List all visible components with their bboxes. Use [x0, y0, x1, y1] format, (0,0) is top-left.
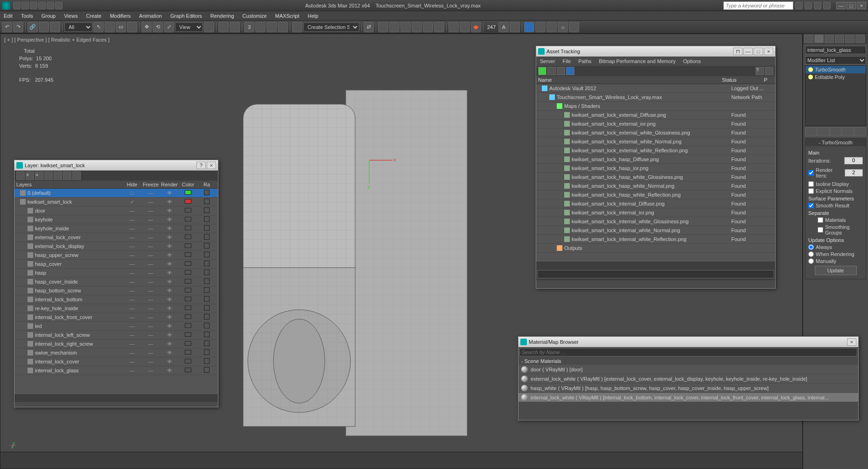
materials-group[interactable]: - Scene Materials	[518, 357, 858, 365]
asset-row[interactable]: kwikset_smart_lock_hasp_white_Normal.png…	[536, 182, 775, 191]
rotate-icon[interactable]: ⟲	[153, 22, 163, 32]
graphite-icon[interactable]	[400, 22, 411, 32]
layer-row[interactable]: hasp_cover——👁	[14, 260, 218, 269]
render-iters-spinner[interactable]: 2	[845, 169, 863, 177]
render-icon[interactable]: 🫖	[471, 22, 481, 32]
tree-view-icon[interactable]	[547, 67, 556, 75]
asset-menu-bitmap-performance-and-memory[interactable]: Bitmap Performance and Memory	[599, 58, 675, 64]
asset-row[interactable]: Touchscreen_Smart_Wireless_Lock_vray.max…	[536, 93, 775, 102]
pin-stack-icon[interactable]	[805, 127, 817, 136]
qat-project-icon[interactable]	[55, 2, 63, 9]
material-search-input[interactable]	[519, 348, 857, 356]
motion-tab-icon[interactable]	[835, 35, 844, 43]
manipulate-icon[interactable]	[218, 22, 229, 32]
help-button[interactable]: ?	[196, 162, 206, 169]
create-tab-icon[interactable]	[804, 35, 813, 43]
viewport-label[interactable]: [ + ] [ Perspective ] [ Realistic + Edge…	[4, 37, 110, 43]
remove-mod-icon[interactable]	[842, 127, 854, 136]
asset-row[interactable]: kwikset_smart_lock_external_white_Reflec…	[536, 146, 775, 155]
explicit-checkbox[interactable]	[808, 188, 814, 194]
menu-help[interactable]: Help	[308, 13, 319, 19]
layer-row[interactable]: led——👁	[14, 322, 218, 331]
menu-group[interactable]: Group	[42, 13, 56, 19]
qat-undo-icon[interactable]	[38, 2, 46, 9]
asset-row[interactable]: kwikset_smart_lock_hasp_white_Glossiness…	[536, 173, 775, 182]
minimize-button[interactable]: —	[743, 48, 753, 55]
layer-row[interactable]: swive_mechanism——👁	[14, 348, 218, 357]
asset-row[interactable]: kwikset_smart_lock_hasp_Diffuse.pngFound	[536, 155, 775, 164]
percent-snap-icon[interactable]	[266, 22, 277, 32]
qat-new-icon[interactable]	[13, 2, 21, 9]
material-row[interactable]: door ( VRayMtl ) [door]	[518, 365, 858, 374]
asset-row[interactable]: Outputs	[536, 244, 775, 253]
select-region-icon[interactable]: ▭	[116, 22, 126, 32]
smoothing-groups-checkbox[interactable]	[818, 227, 823, 233]
asset-row[interactable]: kwikset_smart_lock_external_ior.pngFound	[536, 120, 775, 128]
material-editor-icon[interactable]	[434, 22, 444, 32]
layer-row[interactable]: external_lock_cover——👁	[14, 233, 218, 242]
asset-row[interactable]: Autodesk Vault 2012Logged Out ...	[536, 84, 775, 93]
selection-filter-dropdown[interactable]: All	[64, 22, 92, 32]
layer-row[interactable]: internal_lock_glass——👁	[14, 366, 218, 375]
menu-views[interactable]: Views	[64, 13, 77, 19]
align-icon[interactable]	[378, 22, 388, 32]
autodesk2-icon[interactable]	[535, 22, 546, 32]
select-layer-icon[interactable]	[44, 171, 53, 180]
asset-scrollbar[interactable]	[536, 262, 775, 269]
iterations-spinner[interactable]: 0	[844, 157, 863, 164]
menu-tools[interactable]: Tools	[21, 13, 33, 19]
close-button[interactable]: ×	[847, 338, 856, 346]
make-unique-icon[interactable]	[830, 127, 841, 136]
list-view-icon[interactable]	[557, 67, 565, 75]
minimize-button[interactable]: —	[836, 2, 846, 9]
layer-row[interactable]: hasp_upper_screw——👁	[14, 251, 218, 260]
material-list[interactable]: door ( VRayMtl ) [door]external_lock_whi…	[518, 365, 858, 402]
favorites-icon[interactable]	[814, 2, 821, 9]
scale-icon[interactable]: ⤢	[164, 22, 174, 32]
layer-row[interactable]: internal_lock_bottom——👁	[14, 295, 218, 304]
asset-row[interactable]: kwikset_smart_lock_external_white_Normal…	[536, 137, 775, 146]
layer-row[interactable]: re-key_hole_inside——👁	[14, 304, 218, 313]
asset-menu-file[interactable]: File	[562, 58, 571, 64]
rendered-frame-icon[interactable]	[460, 22, 470, 32]
utilities-tab-icon[interactable]	[855, 35, 865, 43]
render-setup-icon[interactable]	[448, 22, 459, 32]
pivot-icon[interactable]	[204, 22, 214, 32]
menu-edit[interactable]: Edit	[4, 13, 13, 19]
highlight-icon[interactable]	[54, 171, 62, 180]
help-icon[interactable]	[823, 2, 831, 9]
asset-row[interactable]: kwikset_smart_lock_internal_white_Reflec…	[536, 235, 775, 244]
material-row[interactable]: hasp_white ( VRayMtl ) [hasp, hasp_botto…	[518, 384, 858, 393]
maximize-button[interactable]: □	[847, 2, 856, 9]
modify-tab-icon[interactable]	[814, 35, 824, 43]
asset-menu-server[interactable]: Server	[540, 58, 555, 64]
a-icon[interactable]: A	[498, 22, 509, 32]
app-icon[interactable]	[2, 1, 10, 10]
curve-editor-icon[interactable]	[412, 22, 422, 32]
layer-row[interactable]: door——👁	[14, 206, 218, 215]
new-layer-icon[interactable]	[16, 171, 25, 180]
comm-center-icon[interactable]	[805, 2, 812, 9]
named-selection-dropdown[interactable]: Create Selection Se	[303, 22, 359, 32]
window-crossing-icon[interactable]	[127, 22, 137, 32]
material-row[interactable]: external_lock_white ( VRayMtl ) [externa…	[518, 374, 858, 384]
mirror-icon[interactable]: ⇄	[364, 22, 374, 32]
modifier-stack[interactable]: TurboSmoothEditable Poly	[805, 65, 866, 126]
render-iters-checkbox[interactable]	[808, 170, 814, 176]
add-to-layer-icon[interactable]: +	[35, 171, 43, 180]
layer-row[interactable]: internal_lock_right_screw——👁	[14, 340, 218, 348]
hierarchy-tab-icon[interactable]	[825, 35, 834, 43]
layer-row[interactable]: hasp_bottom_screw——👁	[14, 286, 218, 295]
layer-row[interactable]: kwikset_smart_lock✓—👁	[14, 198, 218, 206]
asset-row[interactable]: kwikset_smart_lock_hasp_ior.pngFound	[536, 164, 775, 173]
asset-list[interactable]: Autodesk Vault 2012Logged Out ...Touchsc…	[536, 84, 775, 262]
select-icon[interactable]: ↖	[93, 22, 104, 32]
qat-redo-icon[interactable]	[47, 2, 54, 9]
layer-list[interactable]: 0 (default)□—👁kwikset_smart_lock✓—👁door—…	[14, 189, 218, 394]
freeze-unfreeze-icon[interactable]	[72, 171, 81, 180]
close-button[interactable]: ×	[764, 48, 773, 55]
ref-coord-dropdown[interactable]: View	[175, 22, 203, 32]
layer-row[interactable]: internal_lock_cover——👁	[14, 357, 218, 366]
smooth-result-checkbox[interactable]	[808, 203, 814, 208]
asset-row[interactable]: kwikset_smart_lock_internal_white_Normal…	[536, 226, 775, 235]
